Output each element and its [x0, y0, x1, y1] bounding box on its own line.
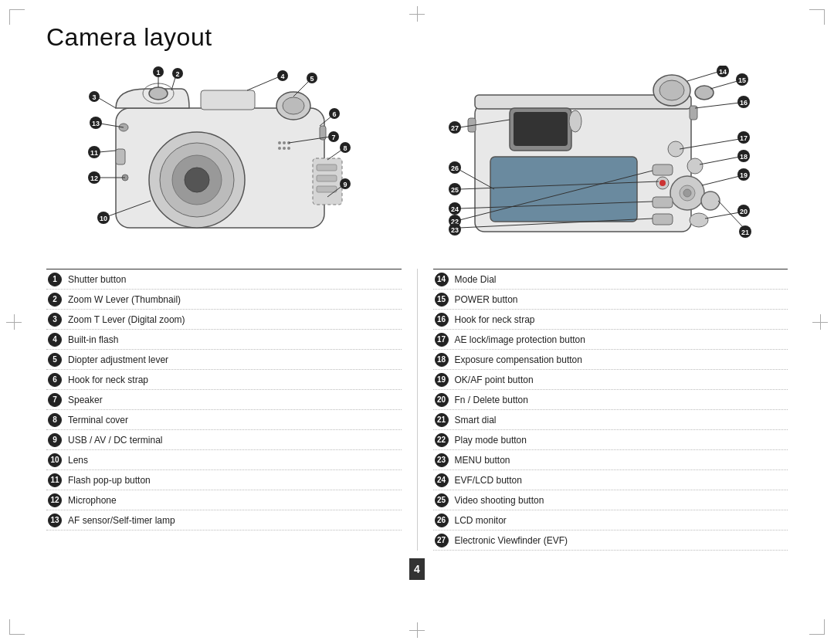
label-text: Shutter button — [68, 274, 126, 285]
svg-rect-13 — [317, 186, 337, 192]
svg-text:25: 25 — [451, 186, 459, 194]
label-row: 11Flash pop-up button — [46, 470, 402, 490]
crosshair-left — [6, 314, 22, 330]
crosshair-right — [812, 314, 828, 330]
svg-text:1: 1 — [156, 69, 160, 76]
crosshair-bottom — [409, 622, 425, 638]
label-text: AE lock/image protection button — [455, 334, 585, 345]
label-row: 14Mode Dial — [433, 269, 788, 290]
right-camera-diagram: 14 15 16 17 18 19 — [432, 66, 788, 253]
svg-point-15 — [278, 141, 281, 144]
svg-text:20: 20 — [740, 208, 748, 215]
corner-mark-br — [809, 619, 825, 635]
svg-rect-81 — [653, 164, 673, 175]
label-row: 16Hook for neck strap — [433, 310, 788, 330]
svg-text:8: 8 — [343, 144, 347, 152]
label-text: Video shooting button — [455, 495, 544, 506]
svg-rect-71 — [490, 157, 637, 222]
svg-line-33 — [247, 77, 278, 90]
label-text: Built-in flash — [68, 334, 118, 345]
label-row: 10Lens — [46, 450, 402, 470]
svg-text:27: 27 — [451, 124, 459, 132]
svg-text:26: 26 — [451, 164, 459, 172]
page-container: Camera layout — [0, 0, 834, 644]
label-row: 21Smart dial — [433, 410, 788, 430]
label-number: 10 — [48, 453, 62, 467]
label-text: AF sensor/Self-timer lamp — [68, 515, 175, 526]
corner-mark-bl — [9, 619, 25, 635]
label-row: 4Built-in flash — [46, 330, 402, 350]
label-text: POWER button — [455, 294, 518, 305]
svg-point-73 — [687, 158, 703, 174]
label-row: 6Hook for neck strap — [46, 370, 402, 390]
label-text: Zoom W Lever (Thumbnail) — [68, 294, 181, 305]
label-row: 7Speaker — [46, 390, 402, 410]
svg-point-4 — [185, 168, 209, 192]
svg-point-8 — [149, 87, 168, 100]
label-number: 3 — [48, 313, 62, 327]
svg-text:24: 24 — [451, 205, 459, 213]
left-labels-column: 1Shutter button2Zoom W Lever (Thumbnail)… — [46, 269, 402, 551]
right-camera-svg: 14 15 16 17 18 19 — [432, 66, 764, 251]
label-number: 9 — [48, 433, 62, 447]
label-row: 27Electronic Viewfinder (EVF) — [433, 530, 788, 551]
label-number: 14 — [435, 273, 449, 286]
label-text: Microphone — [68, 495, 117, 506]
label-row: 24EVF/LCD button — [433, 470, 788, 490]
page-number: 4 — [409, 558, 425, 580]
label-text: Hook for neck strap — [455, 314, 535, 325]
svg-point-83 — [701, 192, 720, 210]
svg-text:10: 10 — [100, 215, 107, 222]
label-text: USB / AV / DC terminal — [68, 435, 162, 446]
svg-rect-22 — [116, 149, 125, 164]
svg-text:18: 18 — [740, 153, 748, 161]
right-labels-column: 14Mode Dial15POWER button16Hook for neck… — [433, 269, 788, 551]
svg-rect-69 — [514, 112, 568, 146]
svg-point-67 — [695, 86, 714, 100]
svg-text:11: 11 — [90, 149, 98, 157]
label-number: 16 — [435, 313, 449, 327]
svg-point-18 — [278, 147, 281, 150]
svg-line-92 — [695, 103, 740, 108]
label-row: 23MENU button — [433, 450, 788, 470]
label-number: 22 — [435, 433, 449, 447]
svg-point-19 — [283, 147, 286, 150]
left-camera-diagram: 1 2 3 4 5 6 — [46, 66, 402, 253]
label-row: 8Terminal cover — [46, 410, 402, 430]
label-text: Exposure compensation button — [455, 354, 582, 365]
label-row: 5Diopter adjustment lever — [46, 350, 402, 370]
label-text: Speaker — [68, 395, 103, 405]
label-text: Zoom T Lever (Digital zoom) — [68, 314, 185, 325]
label-text: MENU button — [455, 455, 510, 466]
label-row: 15POWER button — [433, 290, 788, 310]
svg-text:15: 15 — [738, 76, 746, 84]
svg-point-76 — [683, 189, 691, 197]
svg-text:17: 17 — [740, 134, 748, 142]
label-number: 6 — [48, 373, 62, 387]
svg-rect-78 — [653, 197, 673, 208]
label-text: Play mode button — [455, 435, 527, 446]
label-number: 11 — [48, 473, 62, 487]
svg-text:5: 5 — [310, 75, 314, 83]
label-text: Lens — [68, 455, 88, 466]
label-number: 15 — [435, 293, 449, 307]
label-row: 20Fn / Delete button — [433, 390, 788, 410]
svg-point-16 — [283, 141, 286, 144]
label-text: OK/AF point button — [455, 375, 534, 385]
label-number: 17 — [435, 333, 449, 347]
label-row: 17AE lock/image protection button — [433, 330, 788, 350]
svg-line-104 — [705, 212, 740, 219]
svg-text:12: 12 — [90, 175, 98, 182]
svg-line-89 — [710, 81, 737, 89]
label-text: Terminal cover — [68, 415, 128, 425]
label-row: 22Play mode button — [433, 430, 788, 450]
label-number: 26 — [435, 514, 449, 527]
svg-point-20 — [287, 147, 290, 150]
svg-rect-11 — [317, 164, 337, 171]
label-number: 4 — [48, 333, 62, 347]
svg-point-7 — [283, 97, 304, 114]
svg-text:7: 7 — [331, 134, 335, 141]
page-title: Camera layout — [46, 23, 788, 52]
label-number: 27 — [435, 534, 449, 547]
label-number: 20 — [435, 393, 449, 407]
